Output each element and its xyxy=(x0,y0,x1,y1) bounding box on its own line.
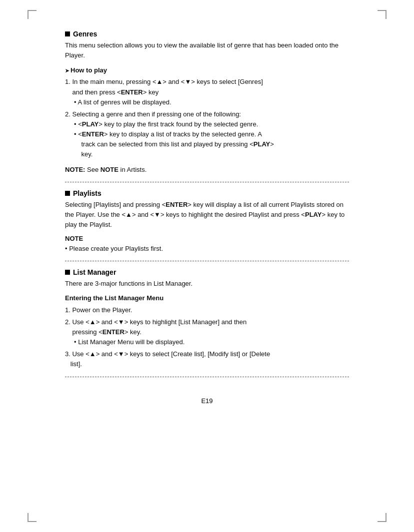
playlists-note: NOTE • Please create your Playlists firs… xyxy=(65,234,349,254)
list-manager-step2-sub1: • List Manager Menu will be displayed. xyxy=(74,337,349,347)
list-manager-subsection-title: Entering the List Manager Menu xyxy=(65,293,349,303)
playlists-note-body: • Please create your Playlists first. xyxy=(65,244,349,254)
section-genres: Genres This menu selection allows you to… xyxy=(65,30,349,175)
page-content: Genres This menu selection allows you to… xyxy=(65,30,349,405)
genres-step1-sub1: • A list of genres will be displayed. xyxy=(74,97,349,107)
list-manager-title: List Manager xyxy=(65,268,349,276)
genres-note: NOTE: See NOTE in Artists. xyxy=(65,165,349,175)
playlists-intro: Selecting [Playlists] and pressing <ENTE… xyxy=(65,200,349,230)
genres-step2: 2. Selecting a genre and then if pressin… xyxy=(65,109,349,160)
playlists-title: Playlists xyxy=(65,189,349,197)
page-container: Genres This menu selection allows you to… xyxy=(0,0,414,532)
page-number: E19 xyxy=(65,397,349,405)
genres-step2-sub1: • <PLAY> key to play the first track fou… xyxy=(74,119,349,129)
list-manager-intro: There are 3-major functions in List Mana… xyxy=(65,279,349,289)
playlists-body: Selecting [Playlists] and pressing <ENTE… xyxy=(65,200,349,254)
section-playlists: Playlists Selecting [Playlists] and pres… xyxy=(65,189,349,254)
list-manager-step2: 2. Use <▲> and <▼> keys to highlight [Li… xyxy=(65,317,349,347)
playlists-title-icon xyxy=(65,191,70,196)
corner-mark-bl xyxy=(28,513,36,522)
genres-note-label: NOTE: xyxy=(65,166,85,173)
list-manager-title-text: List Manager xyxy=(73,268,116,276)
genres-step2-sub2: • <ENTER> key to display a list of track… xyxy=(74,129,349,159)
corner-mark-tr xyxy=(378,10,386,19)
divider-3 xyxy=(65,377,349,377)
list-manager-body: There are 3-major functions in List Mana… xyxy=(65,279,349,369)
genres-body: This menu selection allows you to view t… xyxy=(65,40,349,175)
genres-step1: 1. In the main menu, pressing <▲> and <▼… xyxy=(65,77,349,107)
list-manager-title-icon xyxy=(65,270,70,275)
genres-title-text: Genres xyxy=(73,30,97,38)
playlists-title-text: Playlists xyxy=(73,189,102,197)
section-list-manager: List Manager There are 3-major functions… xyxy=(65,268,349,369)
genres-step2-number: 2. xyxy=(65,110,72,118)
divider-2 xyxy=(65,261,349,261)
genres-how-to-play-header: How to play xyxy=(65,65,349,75)
genres-title: Genres xyxy=(65,30,349,38)
genres-step1-number: 1. xyxy=(65,78,72,85)
genres-intro: This menu selection allows you to view t… xyxy=(65,40,349,60)
playlists-note-title: NOTE xyxy=(65,234,349,244)
genres-title-icon xyxy=(65,31,70,36)
corner-mark-br xyxy=(378,513,386,522)
divider-1 xyxy=(65,182,349,182)
list-manager-step1: 1. Power on the Player. xyxy=(65,305,349,315)
corner-mark-tl xyxy=(28,10,36,19)
list-manager-step3: 3. Use <▲> and <▼> keys to select [Creat… xyxy=(65,349,349,369)
